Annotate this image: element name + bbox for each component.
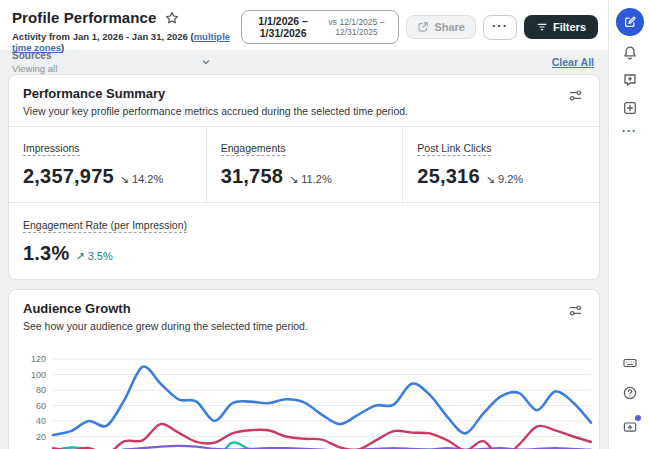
card-settings-sliders-icon[interactable] <box>566 301 585 320</box>
rewards-icon <box>622 419 638 435</box>
metric-engagements: Engagements 31,758 ↘ 11.2% <box>206 127 403 202</box>
date-compare-value: vs 12/1/2025 – 12/31/2025 <box>324 17 390 37</box>
sources-viewing-value: Viewing all <box>12 63 200 74</box>
help-button[interactable] <box>622 385 638 401</box>
top-bar: Profile Performance Activity from Jan 1,… <box>0 0 608 50</box>
plus-square-icon <box>622 100 638 116</box>
audience-growth-title: Audience Growth <box>23 301 308 316</box>
metric-engagement-rate: Engagement Rate (per Impression) 1.3% ↗ … <box>9 202 599 279</box>
sources-label: Sources <box>12 50 200 61</box>
header-more-button[interactable]: ··· <box>483 15 517 40</box>
keyboard-icon <box>622 355 638 371</box>
bell-icon <box>622 45 638 61</box>
svg-text:40: 40 <box>36 416 46 426</box>
profile-performance-page: Profile Performance Activity from Jan 1,… <box>0 0 650 449</box>
right-rail: ··· <box>608 0 650 449</box>
card-settings-sliders-icon[interactable] <box>566 86 585 105</box>
metric-impressions: Impressions 2,357,975 ↘ 14.2% <box>9 127 206 202</box>
metric-value: 1.3% <box>23 242 69 265</box>
metric-label[interactable]: Impressions <box>23 142 80 156</box>
page-title: Profile Performance <box>12 9 156 26</box>
filter-icon <box>536 21 548 33</box>
performance-summary-header: Performance Summary View your key profil… <box>23 86 408 117</box>
title-block: Profile Performance Activity from Jan 1,… <box>12 9 241 53</box>
export-icon <box>417 21 429 33</box>
metric-label[interactable]: Engagement Rate (per Impression) <box>23 219 187 233</box>
metric-delta: ↗ 3.5% <box>75 250 112 263</box>
compose-button[interactable] <box>616 8 644 36</box>
filters-label: Filters <box>553 21 586 33</box>
metric-value: 2,357,975 <box>23 165 114 188</box>
svg-text:20: 20 <box>36 432 46 442</box>
audience-growth-card: Audience Growth See how your audience gr… <box>8 289 600 449</box>
main-content: Profile Performance Activity from Jan 1,… <box>0 0 608 449</box>
messages-button[interactable] <box>622 72 638 88</box>
cards-area: Performance Summary View your key profil… <box>0 74 608 449</box>
svg-text:120: 120 <box>31 354 46 364</box>
notifications-button[interactable] <box>622 45 638 61</box>
filters-button[interactable]: Filters <box>524 15 598 39</box>
share-label: Share <box>434 21 465 33</box>
whats-new-button[interactable] <box>622 419 638 435</box>
trend-down-icon: ↘ <box>289 173 298 185</box>
svg-text:60: 60 <box>36 401 46 411</box>
metrics-row: Impressions 2,357,975 ↘ 14.2% Engagement… <box>9 126 599 202</box>
metric-post-link-clicks: Post Link Clicks 25,316 ↘ 9.2% <box>402 127 599 202</box>
audience-growth-chart: 120100806040200-20 <box>9 341 599 449</box>
clear-all-link[interactable]: Clear All <box>552 56 594 68</box>
svg-text:80: 80 <box>36 385 46 395</box>
metric-value: 31,758 <box>221 165 283 188</box>
star-icon[interactable] <box>165 11 179 25</box>
performance-summary-card: Performance Summary View your key profil… <box>8 74 600 280</box>
metric-label[interactable]: Engagements <box>221 142 286 156</box>
trend-up-icon: ↗ <box>75 250 84 262</box>
metric-delta: ↘ 11.2% <box>289 173 332 186</box>
compose-icon <box>623 15 637 29</box>
date-range-picker[interactable]: 1/1/2026 – 1/31/2026 vs 12/1/2025 – 12/3… <box>241 10 400 44</box>
sources-dropdown[interactable]: Sources Viewing all <box>12 50 212 74</box>
metric-label[interactable]: Post Link Clicks <box>417 142 491 156</box>
rail-more-button[interactable]: ··· <box>622 124 637 138</box>
performance-summary-description: View your key profile performance metric… <box>23 105 408 117</box>
comment-plus-icon <box>622 72 638 88</box>
add-new-button[interactable] <box>622 100 638 116</box>
chevron-down-icon <box>200 56 212 68</box>
line-chart-svg: 120100806040200-20 <box>13 343 599 449</box>
trend-down-icon: ↘ <box>120 173 129 185</box>
performance-summary-title: Performance Summary <box>23 86 408 101</box>
share-button[interactable]: Share <box>406 15 476 39</box>
metric-delta: ↘ 14.2% <box>120 173 163 186</box>
notification-dot <box>635 415 641 421</box>
trend-down-icon: ↘ <box>486 173 495 185</box>
metric-value: 25,316 <box>417 165 479 188</box>
header-controls: 1/1/2026 – 1/31/2026 vs 12/1/2025 – 12/3… <box>241 10 598 44</box>
date-range-value: 1/1/2026 – 1/31/2026 <box>251 15 316 39</box>
metric-delta: ↘ 9.2% <box>486 173 523 186</box>
series-blue-line <box>53 366 591 435</box>
audience-growth-description: See how your audience grew during the se… <box>23 320 308 332</box>
svg-text:100: 100 <box>31 370 46 380</box>
sources-bar: Sources Viewing all Clear All <box>0 50 608 74</box>
audience-growth-header: Audience Growth See how your audience gr… <box>23 301 308 332</box>
help-icon <box>622 385 638 401</box>
keyboard-shortcuts-button[interactable] <box>622 355 638 371</box>
